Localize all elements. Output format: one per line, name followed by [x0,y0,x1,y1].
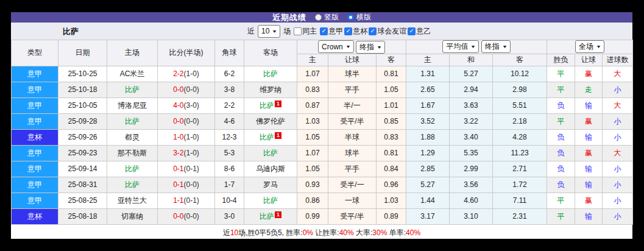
recent-count-select[interactable]: 10 ▼ [258,25,280,38]
fulltime-score: 0-0 [173,117,183,125]
away-team-name: 乌迪内斯 [256,164,285,173]
home-team-cell: 比萨 [107,177,158,193]
table-row: 意甲25-09-28比萨0-0(0-0)4-6佛罗伦萨1.03受平/半0.853… [12,113,633,129]
col-header-goals: 进球数 [603,54,633,66]
away-team-name: 佛罗伦萨 [256,117,285,125]
team-name: 比萨 [63,26,79,37]
checkbox-checked-icon[interactable]: ✓ [408,27,416,35]
away-team-cell: 比萨1 [244,208,297,224]
home-team-name: 比萨 [125,180,140,189]
handicap-result: 赢 [575,113,603,129]
chevron-down-icon: ▼ [377,45,382,49]
crown-home-odds: 0.93 [297,177,328,193]
league-cell: 意甲 [12,82,58,97]
radio-vertical-label[interactable]: 竖版 [324,12,339,23]
corner-cell: 8-6 [215,161,244,177]
average-select[interactable]: 平均值 ▼ [442,40,479,53]
checkbox-checked-icon[interactable]: ✓ [369,27,377,35]
league-cell: 意甲 [12,113,58,129]
avg-draw-odds: 3.40 [450,129,493,145]
corner-cell: 4-6 [215,113,244,129]
halftime-score: (0-1) [184,196,199,205]
away-team-name: 比萨 [263,196,278,205]
home-team-cell: 博洛尼亚 [107,97,158,113]
summary-footer: 近10场,胜0平5负5, 胜率:0% 让胜率:40% 大率:30% 单率:40% [11,225,632,241]
away-team-cell: 乌迪内斯 [244,161,297,177]
handicap-line: 受平/半 [328,208,377,224]
league-filter[interactable]: ✓意乙 [408,26,431,37]
crown-stage-value: 终指 [359,42,374,52]
win-loss-result: 平 [547,208,575,224]
handicap-line: 半球 [328,129,377,145]
league-filter[interactable]: ✓意甲 [320,26,343,37]
halftime-score: (0-0) [184,180,199,189]
table-row: 意甲25-09-23那不勒斯3-2(1-0)5-3比萨1.07球半0.811.2… [12,145,633,161]
league-filter[interactable]: ✓球会友谊 [369,26,406,37]
col-header-crown-home: 主 [297,54,328,66]
league-filter[interactable]: ✓意杯 [344,26,367,37]
avg-away-odds: 2.71 [493,161,547,177]
col-header-type: 类型 [12,40,58,66]
crown-home-odds: 1.07 [297,145,328,161]
halftime-score: (0-1) [184,164,199,173]
bookmaker-value: Crown [322,43,343,51]
crown-stage-select[interactable]: 终指 ▼ [356,41,385,54]
halftime-score: (0-0) [184,85,199,94]
home-team-cell: AC米兰 [107,66,158,82]
crown-home-odds: 0.86 [297,193,328,208]
summary-stat-value: 30% [372,228,387,237]
result-scope-value: 全场 [579,41,593,52]
home-team-cell: 都灵 [107,129,158,145]
radio-horizontal-layout[interactable]: 横版 [347,12,371,23]
same-home-filter[interactable]: 同主 [294,26,317,37]
avg-away-odds: 7.11 [493,193,547,208]
crown-home-odds: 0.99 [297,208,328,224]
radio-button-icon[interactable] [347,14,354,21]
match-table-body: 意甲25-10-25AC米兰2-2(1-0)6-2比萨1.07球半0.811.3… [12,66,633,224]
league-cell: 意杯 [12,129,58,145]
home-team-name: 比萨 [125,117,140,125]
radio-horizontal-label[interactable]: 横版 [356,12,371,23]
col-header-corner: 角球 [215,40,244,66]
avg-stage-value: 终指 [485,41,500,52]
handicap-result: 输 [575,208,603,224]
handicap-result: 赢 [575,66,603,82]
col-header-avg-home: 主 [406,54,450,66]
checkbox-checked-icon[interactable]: ✓ [344,27,352,35]
avg-home-odds: 5.27 [406,177,450,193]
checkbox-checked-icon[interactable]: ✓ [320,27,328,35]
league-cell: 意甲 [12,193,58,208]
filters: 近 10 ▼ 场 同主 ✓意甲✓意杯✓球会友谊✓意乙 [247,23,431,40]
filter-bar: 比萨 近 10 ▼ 场 同主 ✓意甲✓意杯✓球会友谊✓意乙 [11,23,632,40]
avg-draw-odds: 5.35 [450,145,493,161]
checkbox-unchecked-icon[interactable] [294,27,302,35]
red-card-badge: 1 [275,211,281,218]
corner-cell: 2-2 [215,97,244,113]
average-odds-group-header: 平均值 ▼ 终指 ▼ [406,40,547,54]
halftime-score: (1-0) [184,133,199,141]
summary-stat-value: 0% [303,228,313,237]
date-cell: 25-08-31 [58,177,107,193]
home-team-cell: 比萨 [107,82,158,97]
crown-away-odds: 0.96 [377,177,406,193]
league-filter-label: 意乙 [416,26,431,37]
radio-button-icon[interactable] [315,14,322,21]
win-loss-result: 平 [547,113,575,129]
avg-draw-odds: 3.22 [450,113,493,129]
avg-stage-select[interactable]: 终指 ▼ [481,40,511,53]
result-scope-select[interactable]: 全场 ▼ [575,40,604,53]
radio-vertical-layout[interactable]: 竖版 [315,12,339,23]
chevron-down-icon: ▼ [345,44,351,49]
score-cell: 0-1(0-1) [158,161,215,177]
handicap-result: 输 [575,177,603,193]
away-team-cell: 比萨1 [244,97,297,113]
result-group-header: 全场 ▼ [547,40,633,54]
col-header-home: 主场 [107,40,158,66]
table-row: 意甲25-08-25亚特兰大1-1(0-1)10-4比萨0.86一球1.031.… [12,193,633,208]
corner-cell: 3-0 [215,208,244,224]
avg-away-odds: 2.18 [493,113,547,129]
bookmaker-select[interactable]: Crown ▼ [318,40,354,53]
table-row: 意甲25-10-05博洛尼亚4-0(3-0)2-2比萨10.87半/一1.011… [12,97,633,113]
chevron-down-icon: ▼ [596,44,601,49]
handicap-result: 走 [575,82,603,97]
